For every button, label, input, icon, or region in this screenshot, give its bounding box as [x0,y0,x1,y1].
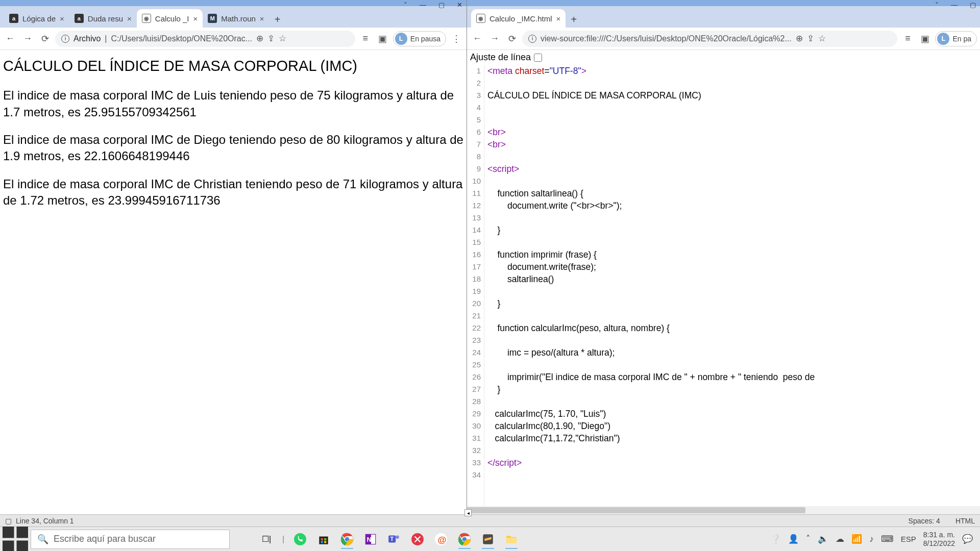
keyboard-icon[interactable]: ⌨ [881,534,894,544]
site-info-icon[interactable]: i [528,35,536,43]
tab-duda[interactable]: a Duda resu × [69,9,137,28]
window-caption-buttons: ˅ — ▢ ✕ [404,0,462,9]
new-tab-button[interactable]: + [566,11,582,28]
whatsapp-icon[interactable] [290,529,310,549]
profile-button[interactable]: L En pausa [393,31,446,46]
browser-toolbar: ← → ⟳ i Archivo | C:/Users/luisi/Desktop… [0,28,467,50]
browser-window-right: ˅ — ▢ ◉ Calculo _IMC.html × + ← → ⟳ i vi… [467,0,980,514]
teams-icon[interactable]: T [384,529,404,549]
help-icon[interactable]: ❔ [770,534,781,544]
minimize-icon[interactable]: — [420,1,426,9]
bookmark-star-icon[interactable]: ☆ [818,33,826,44]
favicon-m-icon: M [208,14,217,23]
back-button[interactable]: ← [470,32,484,46]
tab-viewsource[interactable]: ◉ Calculo _IMC.html × [471,9,566,28]
maximize-icon[interactable]: ▢ [438,1,445,9]
tab-title: Lógica de [22,14,56,23]
svg-point-4 [294,533,306,545]
tab-close-icon[interactable]: × [260,14,264,23]
window-divider-handle[interactable]: ◂ [464,509,472,516]
sidepanel-icon[interactable]: ▣ [918,32,932,46]
profile-avatar-icon: L [937,33,949,45]
chevron-down-icon[interactable]: ˅ [404,1,407,9]
editor-statusbar: ▢ Line 34, Column 1 Spaces: 4 HTML [0,514,980,527]
zoom-icon[interactable]: ⊕ [796,33,803,44]
titlebar [0,0,467,6]
start-button[interactable] [0,527,31,552]
tab-close-icon[interactable]: × [127,14,132,23]
app-red-icon[interactable] [407,529,428,549]
svg-point-17 [396,535,399,539]
scrollbar-thumb[interactable] [467,507,805,513]
tab-close-icon[interactable]: × [193,14,198,23]
svg-rect-24 [506,537,517,543]
new-tab-button[interactable]: + [270,11,286,28]
reload-button[interactable]: ⟳ [505,32,519,46]
line-wrap-checkbox[interactable] [534,54,542,62]
task-view-icon[interactable]: ☐| [256,529,277,549]
clock-time: 8:31 a. m. [923,531,955,539]
profile-button[interactable]: L En pa [935,31,977,46]
minimize-icon[interactable]: — [951,1,958,9]
statusbar-spaces[interactable]: Spaces: 4 [909,517,940,525]
svg-rect-5 [319,536,328,544]
taskbar-clock[interactable]: 8:31 a. m. 8/12/2022 [923,531,955,547]
chevron-down-icon[interactable]: ˅ [935,1,939,9]
chrome-icon[interactable] [337,529,357,549]
tab-close-icon[interactable]: × [60,14,64,23]
tab-logica[interactable]: a Lógica de × [4,9,69,28]
imc-paragraph-diego: El indice de masa corporal IMC de Diego … [3,132,463,165]
sidepanel-icon[interactable]: ▣ [376,32,390,46]
svg-rect-8 [321,541,323,543]
clock-date: 8/12/2022 [923,539,955,547]
horizontal-scrollbar[interactable] [467,506,980,514]
taskbar-search[interactable]: 🔍 Escribe aquí para buscar [31,530,230,549]
profile-avatar-icon: L [395,33,407,45]
back-button[interactable]: ← [3,32,17,46]
onedrive-icon[interactable]: ☁ [836,534,844,544]
tab-mathround[interactable]: M Math.roun × [203,9,269,28]
tab-close-icon[interactable]: × [556,14,561,23]
chrome-icon-2[interactable] [454,529,475,549]
forward-button[interactable]: → [20,32,35,46]
svg-rect-7 [324,538,326,540]
forward-button[interactable]: → [487,32,502,46]
volume-icon[interactable]: 🔈 [818,534,828,544]
view-source-page: Ajuste de línea 123456789101112131415161… [467,50,980,514]
onenote-icon[interactable]: N [360,529,381,549]
site-info-icon[interactable]: i [61,35,69,43]
tab-strip: a Lógica de × a Duda resu × ◉ Calculo _I… [0,6,467,28]
tab-calculo[interactable]: ◉ Calculo _I × [137,9,203,28]
bookmark-star-icon[interactable]: ☆ [279,33,286,44]
reading-list-icon[interactable]: ≡ [900,32,915,46]
wifi-icon[interactable]: 📶 [851,534,862,544]
close-icon[interactable]: ✕ [457,1,462,9]
app-orange-icon[interactable]: @ [431,529,451,549]
input-language[interactable]: ESP [901,535,916,543]
menu-button[interactable]: ⋮ [449,32,463,46]
reading-list-icon[interactable]: ≡ [358,32,373,46]
titlebar [467,0,980,6]
maximize-icon[interactable]: ▢ [970,1,976,9]
notifications-icon[interactable]: 💬 [962,534,973,544]
microsoft-store-icon[interactable] [313,529,334,549]
tab-title: Duda resu [88,14,123,23]
share-icon[interactable]: ⇪ [807,33,814,44]
svg-rect-1 [17,527,29,538]
sublime-text-icon[interactable] [478,529,498,549]
file-explorer-icon[interactable] [501,529,522,549]
people-icon[interactable]: 👤 [788,534,799,544]
profile-status: En pausa [410,35,440,43]
svg-rect-6 [321,538,323,540]
statusbar-lang[interactable]: HTML [955,517,975,525]
zoom-icon[interactable]: ⊕ [256,33,263,44]
share-icon[interactable]: ⇪ [267,33,275,44]
browser-window-left: ˅ — ▢ ✕ a Lógica de × a Duda resu × ◉ Ca… [0,0,467,514]
address-bar[interactable]: i view-source:file:///C:/Users/luisi/Des… [522,31,897,47]
reload-button[interactable]: ⟳ [38,32,52,46]
chevron-up-icon[interactable]: ˄ [806,534,811,544]
security-icon[interactable]: ♪ [869,534,874,544]
svg-text:N: N [366,536,371,543]
address-bar[interactable]: i Archivo | C:/Users/luisi/Desktop/ONE%2… [55,31,355,47]
source-code-area[interactable]: <meta charset="UTF-8"> CÁLCULO DEL ÍNDIC… [484,65,980,506]
